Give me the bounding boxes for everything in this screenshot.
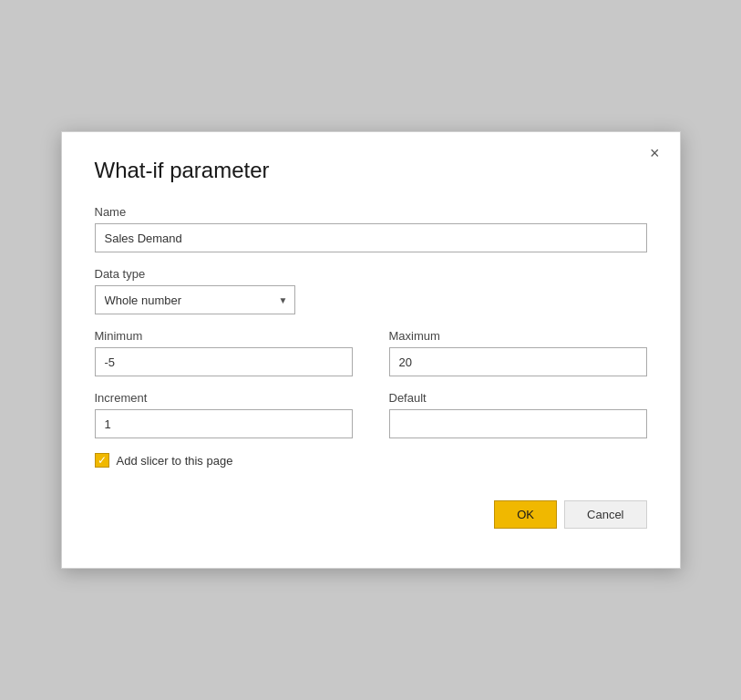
default-label: Default xyxy=(389,391,647,405)
ok-button[interactable]: OK xyxy=(494,500,557,529)
maximum-input[interactable] xyxy=(389,347,647,376)
cancel-button[interactable]: Cancel xyxy=(564,500,646,529)
name-input[interactable] xyxy=(95,223,647,252)
data-type-select[interactable]: Whole number Decimal number Fixed decima… xyxy=(95,285,295,314)
minimum-input[interactable] xyxy=(95,347,353,376)
increment-default-row: Increment Default xyxy=(95,391,647,438)
increment-col: Increment xyxy=(95,391,353,438)
minimum-label: Minimum xyxy=(95,329,353,343)
dialog: × What-if parameter Name Data type Whole… xyxy=(61,131,681,569)
min-max-row: Minimum Maximum xyxy=(95,329,647,376)
data-type-label: Data type xyxy=(95,267,647,281)
dialog-footer: OK Cancel xyxy=(95,500,647,529)
slicer-checkbox[interactable]: ✓ xyxy=(95,453,109,468)
slicer-checkbox-row[interactable]: ✓ Add slicer to this page xyxy=(95,453,647,468)
data-type-section: Data type Whole number Decimal number Fi… xyxy=(95,267,647,314)
checkmark-icon: ✓ xyxy=(98,455,107,466)
default-col: Default xyxy=(389,391,647,438)
dialog-title: What-if parameter xyxy=(95,158,647,183)
overlay: × What-if parameter Name Data type Whole… xyxy=(0,0,741,700)
close-button[interactable]: × xyxy=(644,143,665,163)
name-section: Name xyxy=(95,205,647,252)
data-type-wrapper: Whole number Decimal number Fixed decima… xyxy=(95,285,295,314)
increment-label: Increment xyxy=(95,391,353,405)
maximum-label: Maximum xyxy=(389,329,647,343)
default-input[interactable] xyxy=(389,409,647,438)
name-label: Name xyxy=(95,205,647,219)
maximum-col: Maximum xyxy=(389,329,647,376)
slicer-checkbox-label: Add slicer to this page xyxy=(117,454,233,468)
minimum-col: Minimum xyxy=(95,329,353,376)
increment-input[interactable] xyxy=(95,409,353,438)
